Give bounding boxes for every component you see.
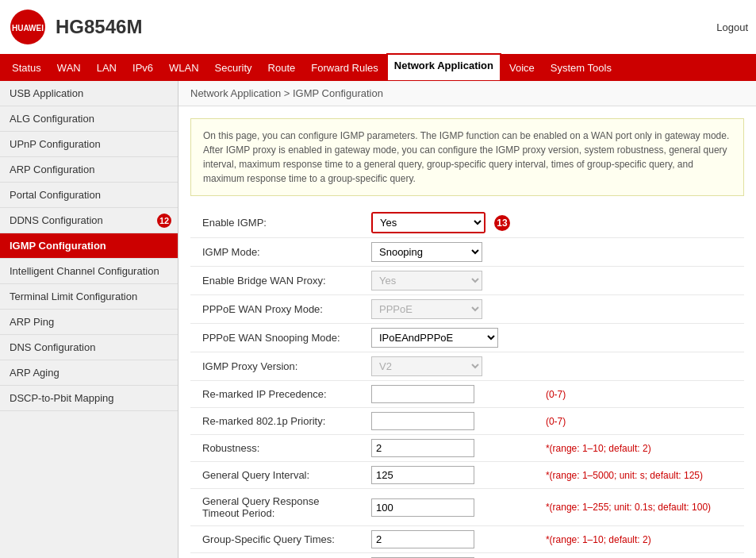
value-robustness[interactable] [365, 435, 539, 462]
sidebar-item-usb-application[interactable]: USB Application [0, 81, 178, 106]
sidebar-item-arp-configuration[interactable]: ARP Configuration [0, 157, 178, 183]
nav-system-tools[interactable]: System Tools [543, 56, 620, 81]
sidebar-item-dscp-pbit[interactable]: DSCP-to-Pbit Mapping [0, 386, 178, 411]
value-enable-igmp[interactable]: Yes No 13 [365, 208, 539, 238]
sidebar-item-upnp-configuration[interactable]: UPnP Configuration [0, 132, 178, 157]
field-robustness: Robustness: *(range: 1–10; default: 2) [190, 435, 744, 462]
field-pppoe-wan-snooping-mode: PPPoE WAN Snooping Mode: IPoEAndPPPoE PP… [190, 324, 744, 352]
input-general-query-interval[interactable] [371, 466, 474, 484]
hint-remarked-ip-precedence: (0-7) [539, 381, 744, 408]
value-general-query-response-timeout[interactable] [365, 489, 539, 526]
value-group-specific-query-times[interactable] [365, 526, 539, 553]
label-enable-igmp: Enable IGMP: [190, 208, 365, 238]
field-pppoe-wan-proxy-mode: PPPoE WAN Proxy Mode: PPPoE [190, 295, 744, 324]
label-remarked-ip-precedence: Re-marked IP Precedence: [190, 381, 365, 408]
value-group-specific-query-interval[interactable] [365, 553, 539, 559]
sidebar-item-intelligent-channel[interactable]: Intelligent Channel Configuration [0, 259, 178, 284]
field-igmp-mode: IGMP Mode: Snooping Proxy [190, 238, 744, 267]
nav-wlan[interactable]: WLAN [161, 56, 207, 81]
field-group-specific-query-interval: Group-Specific Query Interval: *(range: … [190, 553, 744, 559]
field-group-specific-query-times: Group-Specific Query Times: *(range: 1–1… [190, 526, 744, 553]
label-general-query-interval: General Query Interval: [190, 462, 365, 489]
nav-route[interactable]: Route [260, 56, 304, 81]
input-robustness[interactable] [371, 439, 474, 457]
hint-robustness: *(range: 1–10; default: 2) [539, 435, 744, 462]
input-general-query-response-timeout[interactable] [371, 498, 474, 517]
nav-status[interactable]: Status [4, 56, 49, 81]
nav-forward-rules[interactable]: Forward Rules [303, 56, 386, 81]
value-remarked-8021p-priority[interactable] [365, 408, 539, 435]
sidebar-item-ddns-configuration[interactable]: DDNS Configuration [0, 208, 178, 233]
nav-voice[interactable]: Voice [501, 56, 543, 81]
breadcrumb: Network Application > IGMP Configuration [178, 81, 756, 106]
hint-group-specific-query-times: *(range: 1–10; default: 2) [539, 526, 744, 553]
nav-ipv6[interactable]: IPv6 [125, 56, 161, 81]
value-general-query-interval[interactable] [365, 462, 539, 489]
select-igmp-proxy-version[interactable]: V2 V3 [371, 356, 482, 376]
label-pppoe-wan-snooping-mode: PPPoE WAN Snooping Mode: [190, 324, 365, 352]
svg-text:HUAWEI: HUAWEI [12, 24, 44, 33]
badge-13: 13 [494, 215, 510, 231]
label-igmp-proxy-version: IGMP Proxy Version: [190, 352, 365, 381]
field-bridge-wan-proxy: Enable Bridge WAN Proxy: Yes [190, 267, 744, 295]
field-general-query-response-timeout: General Query ResponseTimeout Period: *(… [190, 489, 744, 526]
label-pppoe-wan-proxy-mode: PPPoE WAN Proxy Mode: [190, 295, 365, 324]
hint-remarked-8021p-priority: (0-7) [539, 408, 744, 435]
value-igmp-mode[interactable]: Snooping Proxy [365, 238, 539, 267]
nav-lan[interactable]: LAN [89, 56, 125, 81]
value-bridge-wan-proxy[interactable]: Yes [365, 267, 539, 295]
huawei-logo: HUAWEI [8, 7, 48, 47]
nav-network-application[interactable]: Network Application [386, 53, 501, 82]
field-igmp-proxy-version: IGMP Proxy Version: V2 V3 [190, 352, 744, 381]
hint-general-query-interval: *(range: 1–5000; unit: s; default: 125) [539, 462, 744, 489]
value-pppoe-wan-snooping-mode[interactable]: IPoEAndPPPoE PPPoE IPoE [365, 324, 539, 352]
navigation: Status WAN LAN IPv6 WLAN Security Route … [0, 56, 756, 81]
sidebar-item-alg-configuration[interactable]: ALG Configuration [0, 106, 178, 132]
select-igmp-mode[interactable]: Snooping Proxy [371, 242, 482, 262]
device-title: HG8546M [56, 16, 142, 38]
sidebar-item-arp-aging[interactable]: ARP Aging [0, 360, 178, 386]
logout-button[interactable]: Logout [716, 21, 748, 33]
sidebar-item-arp-ping[interactable]: ARP Ping [0, 310, 178, 335]
select-pppoe-wan-proxy-mode[interactable]: PPPoE [371, 299, 482, 319]
label-group-specific-query-interval: Group-Specific Query Interval: [190, 553, 365, 559]
content-inner: On this page, you can configure IGMP par… [178, 106, 756, 558]
igmp-form: Enable IGMP: Yes No 13 [190, 208, 744, 558]
info-box: On this page, you can configure IGMP par… [190, 118, 744, 196]
select-enable-igmp[interactable]: Yes No [373, 214, 484, 232]
sidebar-item-portal-configuration[interactable]: Portal Configuration [0, 183, 178, 208]
select-pppoe-wan-snooping-mode[interactable]: IPoEAndPPPoE PPPoE IPoE [371, 328, 498, 348]
sidebar: USB Application ALG Configuration UPnP C… [0, 81, 178, 558]
input-remarked-ip-precedence[interactable] [371, 385, 474, 403]
logo-area: HUAWEI HG8546M [8, 7, 142, 47]
label-igmp-mode: IGMP Mode: [190, 238, 365, 267]
label-group-specific-query-times: Group-Specific Query Times: [190, 526, 365, 553]
field-remarked-8021p-priority: Re-marked 802.1p Priority: (0-7) [190, 408, 744, 435]
header: HUAWEI HG8546M Logout [0, 0, 756, 56]
hint-general-query-response-timeout: *(range: 1–255; unit: 0.1s; default: 100… [539, 489, 744, 526]
label-general-query-response-timeout: General Query ResponseTimeout Period: [190, 489, 365, 526]
field-remarked-ip-precedence: Re-marked IP Precedence: (0-7) [190, 381, 744, 408]
input-group-specific-query-times[interactable] [371, 530, 474, 548]
value-igmp-proxy-version[interactable]: V2 V3 [365, 352, 539, 381]
label-bridge-wan-proxy: Enable Bridge WAN Proxy: [190, 267, 365, 295]
input-remarked-8021p-priority[interactable] [371, 412, 474, 430]
value-remarked-ip-precedence[interactable] [365, 381, 539, 408]
field-general-query-interval: General Query Interval: *(range: 1–5000;… [190, 462, 744, 489]
hint-group-specific-query-interval: *(range: 1–5000; unit: 0.1s; default: 10… [539, 553, 744, 559]
label-robustness: Robustness: [190, 435, 365, 462]
content-area: Network Application > IGMP Configuration… [178, 81, 756, 558]
value-pppoe-wan-proxy-mode[interactable]: PPPoE [365, 295, 539, 324]
sidebar-item-terminal-limit[interactable]: Terminal Limit Configuration [0, 284, 178, 310]
nav-wan[interactable]: WAN [49, 56, 89, 81]
label-remarked-8021p-priority: Re-marked 802.1p Priority: [190, 408, 365, 435]
select-bridge-wan-proxy[interactable]: Yes [371, 271, 482, 291]
main-layout: USB Application ALG Configuration UPnP C… [0, 81, 756, 558]
sidebar-item-igmp-configuration[interactable]: IGMP Configuration [0, 233, 178, 259]
sidebar-item-dns-configuration[interactable]: DNS Configuration [0, 335, 178, 360]
nav-security[interactable]: Security [207, 56, 260, 81]
field-enable-igmp: Enable IGMP: Yes No 13 [190, 208, 744, 238]
